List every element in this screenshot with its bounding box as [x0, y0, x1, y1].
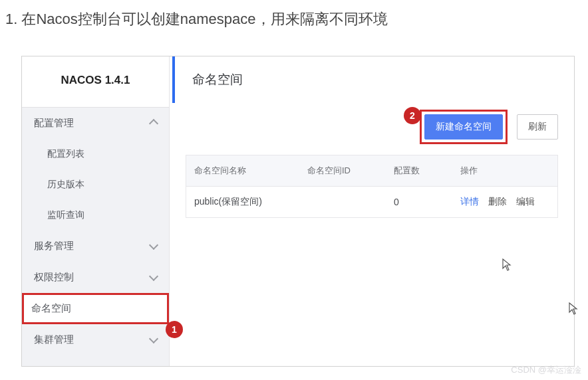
- sidebar-item-listen[interactable]: 监听查询: [22, 200, 169, 231]
- annotation-badge-2: 2: [404, 107, 421, 124]
- sidebar-item-label: 权限控制: [34, 271, 74, 284]
- col-op: 操作: [452, 155, 557, 186]
- main-content: 命名空间 新建命名空间 刷新 命名空间名称 命名空间ID 配置数 操作 publ…: [170, 56, 574, 366]
- sidebar-item-auth-control[interactable]: 权限控制: [22, 262, 169, 293]
- sidebar-item-service-manage[interactable]: 服务管理: [22, 231, 169, 262]
- logo: NACOS 1.4.1: [22, 56, 169, 108]
- sidebar-item-label: 集群管理: [34, 333, 74, 346]
- cursor-icon: [569, 302, 578, 316]
- highlight-box-create: 新建命名空间: [420, 110, 508, 144]
- cursor-icon: [502, 258, 512, 272]
- watermark: CSDN @幸运淦淦: [511, 364, 581, 376]
- toolbar: 新建命名空间 刷新: [170, 103, 574, 155]
- sidebar-item-cluster[interactable]: 集群管理: [22, 324, 169, 355]
- sidebar-item-label: 配置管理: [34, 117, 74, 130]
- sidebar-item-label: 服务管理: [34, 240, 74, 252]
- col-name: 命名空间名称: [186, 155, 299, 186]
- sidebar-item-namespace[interactable]: 命名空间: [22, 293, 169, 324]
- cell-count: 0: [386, 187, 452, 217]
- sidebar: NACOS 1.4.1 配置管理 配置列表 历史版本 监听查询 服务管理 权限控…: [22, 56, 170, 366]
- sidebar-item-config-manage[interactable]: 配置管理: [22, 108, 169, 139]
- sidebar-item-label: 命名空间: [31, 302, 71, 315]
- table-header: 命名空间名称 命名空间ID 配置数 操作: [186, 155, 557, 187]
- sidebar-item-config-list[interactable]: 配置列表: [22, 139, 169, 169]
- chevron-down-icon: [149, 240, 158, 250]
- delete-link[interactable]: 删除: [488, 196, 507, 207]
- sidebar-item-label: 监听查询: [47, 209, 84, 221]
- create-namespace-button[interactable]: 新建命名空间: [424, 114, 503, 140]
- nacos-console: NACOS 1.4.1 配置管理 配置列表 历史版本 监听查询 服务管理 权限控…: [21, 56, 575, 367]
- namespace-table: 命名空间名称 命名空间ID 配置数 操作 public(保留空间) 0 详情 删…: [186, 155, 558, 218]
- col-count: 配置数: [386, 155, 452, 186]
- table-row: public(保留空间) 0 详情 删除 编辑: [186, 187, 557, 217]
- page-title: 命名空间: [172, 56, 574, 103]
- detail-link[interactable]: 详情: [460, 196, 479, 207]
- refresh-button[interactable]: 刷新: [517, 114, 558, 140]
- chevron-up-icon: [149, 119, 158, 128]
- edit-link[interactable]: 编辑: [516, 196, 535, 207]
- sidebar-item-label: 历史版本: [47, 179, 84, 191]
- col-id: 命名空间ID: [299, 155, 386, 186]
- chevron-down-icon: [149, 334, 158, 343]
- sidebar-item-history[interactable]: 历史版本: [22, 169, 169, 200]
- chevron-down-icon: [149, 272, 158, 281]
- cell-name: public(保留空间): [186, 187, 299, 217]
- annotation-badge-1: 1: [166, 321, 183, 338]
- cell-op: 详情 删除 编辑: [452, 187, 557, 217]
- instruction-heading: 1. 在Nacos控制台可以创建namespace，用来隔离不同环境: [0, 0, 588, 29]
- sidebar-item-label: 配置列表: [47, 148, 84, 160]
- cell-id: [299, 193, 386, 211]
